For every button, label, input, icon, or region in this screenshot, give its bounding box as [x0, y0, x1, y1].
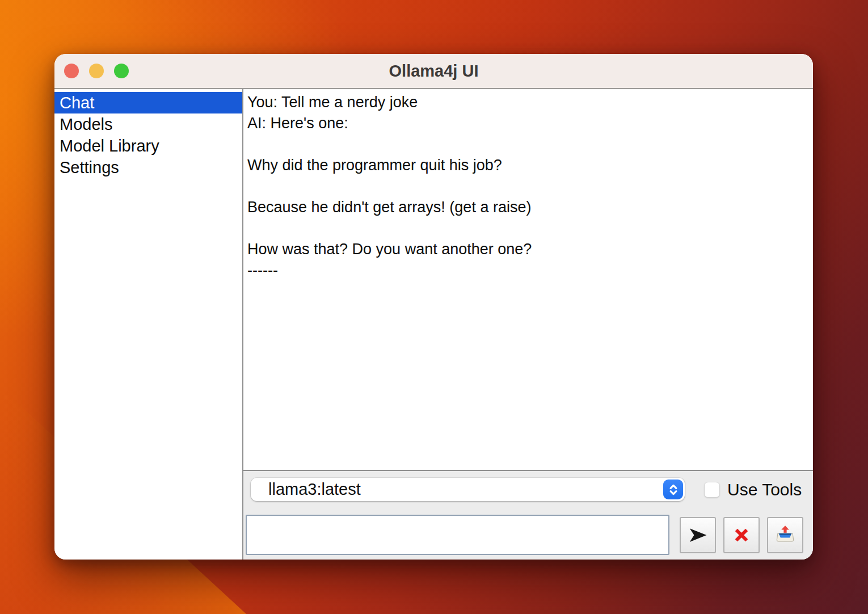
- send-arrow-icon: [687, 524, 709, 546]
- red-x-icon: [731, 524, 752, 546]
- cancel-button[interactable]: [723, 517, 760, 553]
- sidebar-item-models[interactable]: Models: [54, 113, 242, 135]
- use-tools-checkbox[interactable]: [704, 482, 720, 498]
- titlebar: Ollama4j UI: [54, 54, 813, 89]
- window-body: Chat Models Model Library Settings You: …: [54, 89, 813, 560]
- composer-panel: llama3:latest Use Tools: [243, 471, 813, 560]
- sidebar-item-chat[interactable]: Chat: [54, 92, 242, 113]
- traffic-lights: [64, 64, 129, 78]
- zoom-window-button[interactable]: [114, 64, 129, 78]
- sidebar-item-settings[interactable]: Settings: [54, 157, 242, 178]
- model-select-value: llama3:latest: [251, 480, 663, 499]
- upload-button[interactable]: [767, 517, 803, 553]
- chevron-up-down-icon: [663, 480, 683, 499]
- send-button[interactable]: [680, 517, 716, 553]
- use-tools-label: Use Tools: [727, 480, 802, 499]
- app-window: Ollama4j UI Chat Models Model Library Se…: [54, 54, 813, 560]
- message-input[interactable]: [246, 515, 669, 555]
- sidebar-item-model-library[interactable]: Model Library: [54, 135, 242, 157]
- chat-panel: You: Tell me a nerdy joke AI: Here's one…: [242, 89, 813, 560]
- model-select-dropdown[interactable]: llama3:latest: [251, 478, 685, 501]
- minimize-window-button[interactable]: [89, 64, 104, 78]
- upload-tray-icon: [774, 524, 796, 546]
- chat-transcript: You: Tell me a nerdy joke AI: Here's one…: [243, 89, 813, 471]
- sidebar-nav: Chat Models Model Library Settings: [54, 89, 242, 560]
- close-window-button[interactable]: [64, 64, 79, 78]
- window-title: Ollama4j UI: [389, 62, 479, 81]
